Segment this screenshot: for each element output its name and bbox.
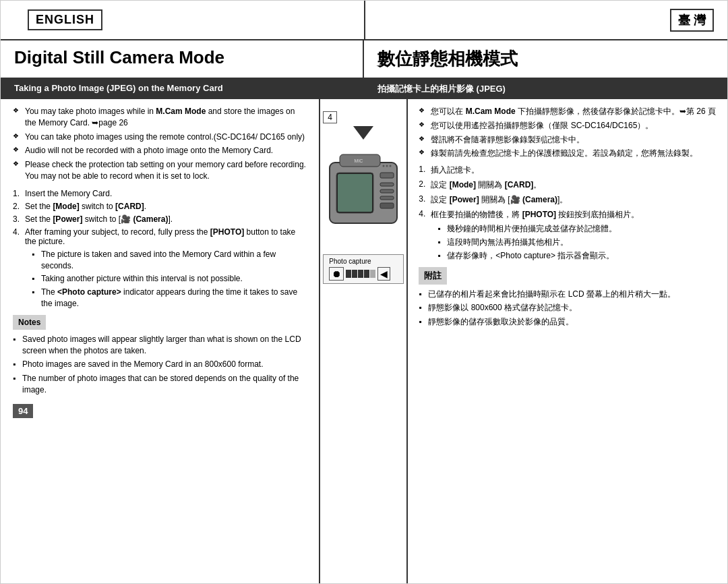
svg-rect-4 (380, 183, 394, 186)
list-item: Audio will not be recorded with a photo … (13, 145, 307, 156)
svg-rect-6 (380, 196, 394, 200)
header-row: ENGLISH 臺 灣 (1, 1, 727, 40)
title-row: Digital Still Camera Mode 數位靜態相機模式 (1, 40, 727, 79)
fuchuu-list: 已儲存的相片看起來會比拍攝時顯示在 LCD 螢幕上的相片稍大一點。 靜態影像以 … (419, 289, 717, 328)
svg-rect-5 (380, 189, 394, 193)
section-header-left: Taking a Photo Image (JPEG) on the Memor… (1, 79, 364, 99)
list-item: Saved photo images will appear slightly … (13, 334, 307, 357)
record-icon: ⏺ (329, 267, 344, 281)
svg-text:MIC: MIC (355, 158, 363, 163)
col-center: 4 (320, 99, 408, 583)
photo-capture-indicator: Photo capture ⏺ ◀ (323, 254, 404, 284)
list-item: 2. 設定 [Mode] 開關為 [CARD]。 (419, 179, 717, 191)
page-title-right: 數位靜態相機模式 (377, 47, 714, 71)
list-item: 您可以在 M.Cam Mode 下拍攝靜態影像，然後儲存影像於記憶卡中。➥第 2… (419, 106, 717, 117)
list-item: The picture is taken and saved into the … (32, 249, 307, 272)
list-item: 4. After framing your subject, to record… (13, 227, 307, 310)
header-right: 臺 灣 (364, 1, 727, 39)
list-item: 2. Set the [Mode] switch to [CARD]. (13, 202, 307, 211)
list-item: 您可以使用遙控器拍攝靜態影像（僅限 SC-DC164/DC165）。 (419, 120, 717, 132)
notes-list: Saved photo images will appear slightly … (13, 334, 307, 396)
col-right: 您可以在 M.Cam Mode 下拍攝靜態影像，然後儲存影像於記憶卡中。➥第 2… (408, 99, 727, 583)
notes-section: Notes Saved photo images will appear sli… (13, 315, 307, 396)
taiwan-label: 臺 灣 (670, 9, 714, 32)
list-item: Taking another picture within this inter… (32, 273, 307, 285)
section-header-row: Taking a Photo Image (JPEG) on the Memor… (1, 79, 727, 99)
page: ENGLISH 臺 灣 Digital Still Camera Mode 數位… (0, 0, 728, 584)
fuchuu-section: 附註 已儲存的相片看起來會比拍攝時顯示在 LCD 螢幕上的相片稍大一點。 靜態影… (419, 267, 717, 328)
page-number: 94 (13, 404, 33, 418)
svg-point-10 (383, 165, 385, 167)
right-bullet-list: 您可以在 M.Cam Mode 下拍攝靜態影像，然後儲存影像於記憶卡中。➥第 2… (419, 106, 717, 159)
stop-icon: ◀ (377, 267, 390, 281)
list-item: You can take photo images using the remo… (13, 132, 307, 143)
list-item: 1. 插入記憶卡。 (419, 165, 717, 176)
list-item: 4. 框住要拍攝的物體後，將 [PHOTO] 按鈕按到底拍攝相片。 幾秒鐘的時間… (419, 209, 717, 261)
progress-bars (346, 270, 375, 278)
photo-capture-label: Photo capture (329, 258, 398, 265)
list-item: The number of photo images that can be s… (13, 373, 307, 396)
list-item: 靜態影像以 800x600 格式儲存於記憶卡。 (419, 302, 717, 314)
title-right: 數位靜態相機模式 (364, 40, 727, 78)
camera-image: MIC (323, 142, 404, 250)
arrow-down-icon (353, 126, 373, 140)
svg-point-12 (390, 165, 392, 167)
svg-rect-7 (380, 203, 394, 208)
svg-point-11 (386, 165, 388, 167)
list-item: 幾秒鐘的時間相片便拍攝完成並儲存於記憶體。 (437, 223, 717, 235)
section-header-right: 拍攝記憶卡上的相片影像 (JPEG) (364, 79, 727, 99)
list-item: 已儲存的相片看起來會比拍攝時顯示在 LCD 螢幕上的相片稍大一點。 (419, 289, 717, 300)
notes-label: Notes (13, 315, 46, 330)
fuchuu-label: 附註 (419, 267, 447, 285)
english-label: ENGLISH (28, 9, 102, 30)
list-item: 3. Set the [Power] switch to [🎥 (Camera)… (13, 214, 307, 224)
header-left: ENGLISH (1, 1, 364, 39)
list-item: You may take photo images while in M.Cam… (13, 106, 307, 129)
col-left: You may take photo images while in M.Cam… (1, 99, 320, 583)
title-left: Digital Still Camera Mode (1, 40, 364, 78)
list-item: Please check the protection tab setting … (13, 159, 307, 182)
page-title-left: Digital Still Camera Mode (14, 47, 349, 68)
svg-rect-2 (338, 174, 372, 212)
list-item: 這段時間內無法再拍攝其他相片。 (437, 237, 717, 248)
main-content: You may take photo images while in M.Cam… (1, 99, 727, 583)
bullet-list: You may take photo images while in M.Cam… (13, 106, 307, 182)
list-item: The <Photo capture> indicator appears du… (32, 287, 307, 310)
list-item: 1. Insert the Memory Card. (13, 189, 307, 198)
list-item: 錄製前請先檢查您記憶卡上的保護標籤設定。若設為鎖定，您將無法錄製。 (419, 148, 717, 159)
step4-label: 4 (323, 111, 337, 123)
list-item: 3. 設定 [Power] 開關為 [🎥 (Camera)]。 (419, 194, 717, 206)
list-item: Photo images are saved in the Memory Car… (13, 359, 307, 370)
list-item: 儲存影像時，<Photo capture> 指示器會顯示。 (437, 250, 717, 262)
list-item: 聲訊將不會隨著靜態影像錄製到記憶卡中。 (419, 134, 717, 146)
svg-rect-3 (380, 173, 394, 178)
list-item: 靜態影像的儲存張數取決於影像的品質。 (419, 316, 717, 328)
